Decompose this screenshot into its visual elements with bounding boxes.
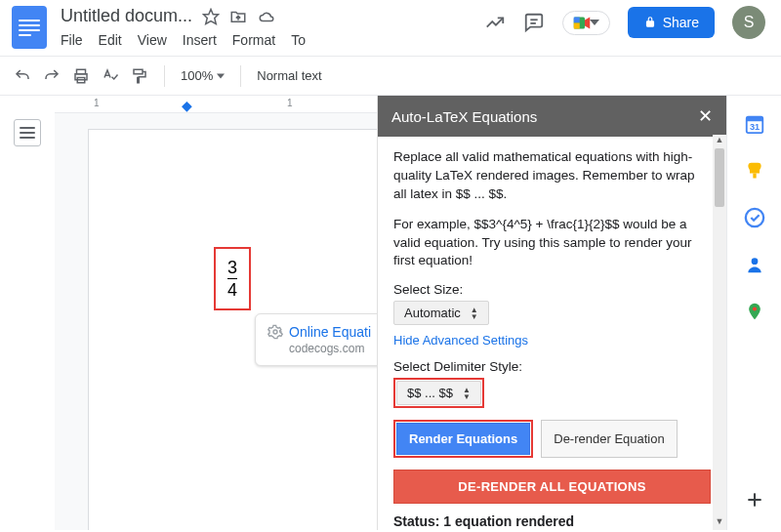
delimiter-select[interactable]: $$ ... $$ ▲▼ (396, 381, 481, 405)
svg-point-13 (273, 330, 277, 334)
app-header: Untitled docum... File Edit View Insert … (0, 0, 781, 57)
size-label: Select Size: (393, 282, 711, 297)
sidepanel-intro: Replace all valid mathematical equations… (393, 148, 711, 204)
sidepanel-title: Auto-LaTeX Equations (391, 108, 537, 125)
render-equations-button[interactable]: Render Equations (396, 423, 530, 455)
ruler-label: 1 (94, 98, 100, 108)
style-name-value: Normal text (257, 68, 321, 83)
move-folder-icon[interactable] (229, 8, 247, 25)
svg-marker-7 (590, 20, 599, 25)
undo-icon[interactable] (14, 67, 31, 85)
star-icon[interactable] (202, 8, 220, 25)
menu-edit[interactable]: Edit (99, 32, 122, 48)
svg-point-19 (751, 258, 758, 265)
sidepanel-example: For example, $$3^{4^5} + \frac{1}{2}$$ w… (393, 216, 711, 271)
print-icon[interactable] (72, 67, 90, 85)
advanced-settings-link[interactable]: Hide Advanced Settings (393, 333, 528, 348)
stepper-arrows-icon: ▲▼ (471, 307, 478, 320)
fraction-numerator: 3 (227, 259, 237, 276)
spellcheck-icon[interactable] (102, 67, 119, 85)
paragraph-style-selector[interactable]: Normal text (257, 68, 321, 83)
size-select-value: Automatic (404, 306, 461, 320)
caret-down-icon (590, 18, 599, 27)
tasks-icon[interactable] (744, 207, 765, 228)
sidepanel-header: Auto-LaTeX Equations ✕ (378, 96, 726, 137)
svg-rect-11 (134, 69, 143, 74)
svg-text:31: 31 (749, 122, 759, 132)
menu-tools[interactable]: To (291, 32, 306, 48)
close-icon[interactable]: ✕ (698, 105, 713, 127)
meet-button[interactable] (562, 11, 610, 35)
sidepanel-scrollbar[interactable]: ▲ ▼ (713, 135, 726, 530)
indent-marker-icon[interactable]: ◆ (182, 98, 192, 113)
comment-history-icon[interactable] (523, 12, 545, 33)
scroll-up-icon[interactable]: ▲ (713, 135, 726, 148)
link-title: Online Equati (289, 324, 371, 340)
document-page[interactable]: 3 4 Online Equati codecogs.com (88, 129, 377, 530)
menu-bar: File Edit View Insert Format To (61, 26, 306, 56)
toolbar: 100% Normal text (0, 57, 781, 96)
ruler-label: 1 (287, 98, 293, 108)
svg-rect-4 (573, 17, 579, 22)
zoom-value: 100% (181, 68, 213, 83)
header-right: Share S (484, 6, 769, 39)
menu-file[interactable]: File (61, 32, 83, 48)
size-select[interactable]: Automatic ▲▼ (393, 301, 489, 325)
scroll-thumb[interactable] (715, 148, 724, 207)
status-label: Status: (393, 513, 443, 529)
delimiter-select-value: $$ ... $$ (407, 386, 453, 400)
svg-rect-17 (753, 174, 756, 179)
trend-icon[interactable] (484, 12, 506, 33)
scroll-down-icon[interactable]: ▼ (713, 516, 726, 530)
stepper-arrows-icon: ▲▼ (463, 387, 471, 400)
gear-icon (267, 324, 283, 340)
paint-format-icon[interactable] (131, 67, 148, 85)
svg-point-20 (752, 307, 756, 310)
outline-toggle-icon[interactable] (14, 119, 41, 146)
docs-logo-icon[interactable] (12, 6, 47, 49)
svg-rect-15 (746, 117, 762, 122)
maps-icon[interactable] (744, 301, 765, 322)
svg-marker-12 (217, 73, 225, 78)
title-and-menu: Untitled docum... File Edit View Insert … (61, 6, 306, 56)
status-line: Status: 1 equation rendered (393, 513, 711, 529)
share-button-label: Share (663, 15, 699, 30)
redo-icon[interactable] (43, 67, 61, 85)
link-domain: codecogs.com (289, 342, 377, 355)
derender-all-button[interactable]: DE-RENDER ALL EQUATIONS (393, 470, 711, 504)
menu-insert[interactable]: Insert (183, 32, 217, 48)
addon-sidepanel: Auto-LaTeX Equations ✕ Replace all valid… (377, 96, 726, 530)
rendered-equation[interactable]: 3 4 (214, 247, 251, 310)
cloud-status-icon[interactable] (257, 8, 276, 25)
horizontal-ruler[interactable]: 1 ◆ 1 (55, 96, 377, 113)
status-value: 1 equation rendered (443, 513, 574, 529)
account-avatar[interactable]: S (732, 6, 765, 39)
sidepanel-body: Replace all valid mathematical equations… (378, 137, 726, 530)
document-title[interactable]: Untitled docum... (61, 6, 192, 26)
contacts-icon[interactable] (744, 254, 765, 275)
add-addon-icon[interactable] (744, 489, 765, 511)
menu-view[interactable]: View (138, 32, 167, 48)
link-preview-card[interactable]: Online Equati codecogs.com (255, 313, 377, 366)
outline-column (0, 96, 55, 530)
delimiter-label: Select Delimiter Style: (393, 359, 711, 374)
svg-marker-0 (204, 9, 219, 23)
svg-rect-5 (573, 22, 579, 28)
keep-icon[interactable] (744, 160, 765, 182)
zoom-selector[interactable]: 100% (181, 68, 225, 83)
fraction-denominator: 4 (227, 281, 237, 299)
menu-format[interactable]: Format (232, 32, 275, 48)
document-column: 1 ◆ 1 3 4 Online Equati codecogs.com (55, 96, 377, 530)
svg-point-18 (745, 209, 762, 226)
calendar-icon[interactable]: 31 (744, 113, 765, 135)
share-button[interactable]: Share (628, 7, 715, 38)
right-rail: 31 (726, 96, 781, 530)
derender-equation-button[interactable]: De-render Equation (541, 420, 677, 458)
